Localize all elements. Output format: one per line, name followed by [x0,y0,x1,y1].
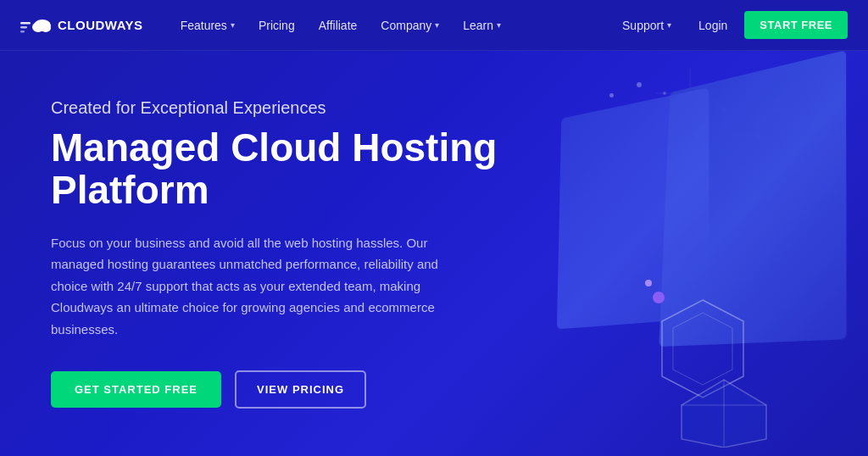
navbar: CLOUDWAYS Features ▾ Pricing Affiliate C… [0,0,868,51]
hero-content: Created for Exceptional Experiences Mana… [51,98,526,409]
hero-section: Created for Exceptional Experiences Mana… [0,51,868,456]
purple-dot-small [645,280,652,286]
cube-decoration [673,371,775,448]
nav-right: Support ▾ Login START FREE [612,11,848,39]
hero-description: Focus on your business and avoid all the… [51,232,458,341]
hero-tagline: Created for Exceptional Experiences [51,98,526,118]
svg-rect-1 [20,26,27,29]
hero-title: Managed Cloud Hosting Platform [51,126,526,212]
svg-point-5 [41,24,51,32]
nav-features[interactable]: Features ▾ [170,12,245,39]
view-pricing-button[interactable]: VIEW PRICING [235,370,366,409]
svg-point-9 [637,82,642,87]
hero-buttons: GET STARTED FREE VIEW PRICING [51,370,526,409]
nav-company[interactable]: Company ▾ [370,12,449,39]
nav-pricing[interactable]: Pricing [248,12,305,39]
brand-name: CLOUDWAYS [58,18,143,32]
svg-point-10 [663,92,666,95]
hero-decoration [478,51,868,456]
chevron-down-icon: ▾ [435,20,439,30]
nav-learn[interactable]: Learn ▾ [453,12,511,39]
svg-rect-0 [20,22,31,25]
login-button[interactable]: Login [688,12,737,39]
logo[interactable]: CLOUDWAYS [20,14,143,37]
chevron-down-icon: ▾ [231,20,235,30]
get-started-free-button[interactable]: GET STARTED FREE [51,371,221,408]
logo-icon [20,14,51,37]
start-free-button[interactable]: START FREE [744,11,848,39]
support-button[interactable]: Support ▾ [612,12,682,39]
nav-affiliate[interactable]: Affiliate [309,12,368,39]
chevron-down-icon: ▾ [497,20,501,30]
svg-rect-2 [20,31,25,33]
purple-dot-large [653,292,665,303]
nav-links: Features ▾ Pricing Affiliate Company ▾ L… [170,12,612,39]
chevron-down-icon: ▾ [667,20,671,30]
dots-decoration [631,76,682,102]
hero-shape-secondary [557,87,709,329]
